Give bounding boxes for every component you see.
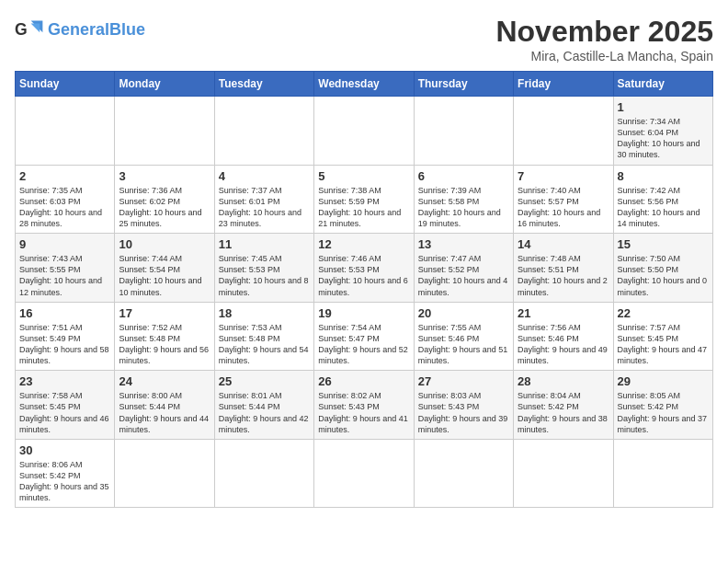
day-info: Sunrise: 8:06 AM Sunset: 5:42 PM Dayligh… bbox=[19, 459, 110, 504]
day-info: Sunrise: 7:44 AM Sunset: 5:54 PM Dayligh… bbox=[119, 253, 210, 298]
day-info: Sunrise: 7:53 AM Sunset: 5:48 PM Dayligh… bbox=[219, 322, 310, 367]
calendar-cell: 28Sunrise: 8:04 AM Sunset: 5:42 PM Dayli… bbox=[514, 371, 613, 440]
day-info: Sunrise: 7:36 AM Sunset: 6:02 PM Dayligh… bbox=[119, 185, 210, 230]
calendar-cell: 23Sunrise: 7:58 AM Sunset: 5:45 PM Dayli… bbox=[16, 371, 115, 440]
svg-marker-2 bbox=[31, 24, 40, 33]
day-info: Sunrise: 7:42 AM Sunset: 5:56 PM Dayligh… bbox=[618, 185, 709, 230]
day-number: 10 bbox=[119, 237, 210, 251]
day-info: Sunrise: 8:04 AM Sunset: 5:42 PM Dayligh… bbox=[518, 390, 609, 435]
calendar-cell: 26Sunrise: 8:02 AM Sunset: 5:43 PM Dayli… bbox=[314, 371, 414, 440]
calendar-cell: 3Sunrise: 7:36 AM Sunset: 6:02 PM Daylig… bbox=[115, 165, 214, 234]
day-info: Sunrise: 7:45 AM Sunset: 5:53 PM Dayligh… bbox=[219, 253, 310, 298]
calendar-cell: 13Sunrise: 7:47 AM Sunset: 5:52 PM Dayli… bbox=[414, 234, 513, 303]
calendar-cell bbox=[314, 439, 414, 508]
day-number: 30 bbox=[19, 443, 110, 457]
calendar-cell: 16Sunrise: 7:51 AM Sunset: 5:49 PM Dayli… bbox=[16, 302, 115, 371]
day-number: 17 bbox=[119, 306, 210, 320]
day-number: 9 bbox=[19, 237, 110, 251]
day-number: 1 bbox=[618, 100, 709, 114]
calendar-cell: 27Sunrise: 8:03 AM Sunset: 5:43 PM Dayli… bbox=[414, 371, 513, 440]
calendar-cell: 14Sunrise: 7:48 AM Sunset: 5:51 PM Dayli… bbox=[514, 234, 613, 303]
day-number: 8 bbox=[618, 169, 709, 183]
day-number: 16 bbox=[19, 306, 110, 320]
day-number: 27 bbox=[418, 374, 509, 388]
day-number: 19 bbox=[318, 306, 409, 320]
calendar-cell: 24Sunrise: 8:00 AM Sunset: 5:44 PM Dayli… bbox=[115, 371, 214, 440]
calendar-cell bbox=[16, 97, 115, 166]
day-info: Sunrise: 8:01 AM Sunset: 5:44 PM Dayligh… bbox=[219, 390, 310, 435]
calendar-week-row: 2Sunrise: 7:35 AM Sunset: 6:03 PM Daylig… bbox=[16, 165, 713, 234]
day-number: 5 bbox=[318, 169, 409, 183]
calendar-cell bbox=[514, 439, 613, 508]
day-info: Sunrise: 7:38 AM Sunset: 5:59 PM Dayligh… bbox=[318, 185, 409, 230]
calendar-cell: 2Sunrise: 7:35 AM Sunset: 6:03 PM Daylig… bbox=[16, 165, 115, 234]
day-header-tuesday: Tuesday bbox=[214, 72, 313, 97]
day-number: 13 bbox=[418, 237, 509, 251]
day-number: 3 bbox=[119, 169, 210, 183]
calendar-cell: 30Sunrise: 8:06 AM Sunset: 5:42 PM Dayli… bbox=[16, 439, 115, 508]
page-header: G GeneralBlue November 2025 Mira, Castil… bbox=[15, 15, 713, 63]
calendar-week-row: 16Sunrise: 7:51 AM Sunset: 5:49 PM Dayli… bbox=[16, 302, 713, 371]
location-title: Mira, Castille-La Mancha, Spain bbox=[495, 49, 713, 63]
day-number: 12 bbox=[318, 237, 409, 251]
calendar-cell: 18Sunrise: 7:53 AM Sunset: 5:48 PM Dayli… bbox=[214, 302, 313, 371]
day-info: Sunrise: 7:56 AM Sunset: 5:46 PM Dayligh… bbox=[518, 322, 609, 367]
calendar-cell: 12Sunrise: 7:46 AM Sunset: 5:53 PM Dayli… bbox=[314, 234, 414, 303]
day-info: Sunrise: 7:37 AM Sunset: 6:01 PM Dayligh… bbox=[219, 185, 310, 230]
day-info: Sunrise: 7:52 AM Sunset: 5:48 PM Dayligh… bbox=[119, 322, 210, 367]
day-info: Sunrise: 8:02 AM Sunset: 5:43 PM Dayligh… bbox=[318, 390, 409, 435]
calendar-cell bbox=[414, 439, 513, 508]
calendar-cell bbox=[613, 439, 712, 508]
day-number: 23 bbox=[19, 374, 110, 388]
day-info: Sunrise: 7:54 AM Sunset: 5:47 PM Dayligh… bbox=[318, 322, 409, 367]
day-number: 14 bbox=[518, 237, 609, 251]
logo: G GeneralBlue bbox=[15, 15, 145, 44]
day-header-friday: Friday bbox=[514, 72, 613, 97]
calendar-cell: 6Sunrise: 7:39 AM Sunset: 5:58 PM Daylig… bbox=[414, 165, 513, 234]
day-info: Sunrise: 7:47 AM Sunset: 5:52 PM Dayligh… bbox=[418, 253, 509, 298]
day-info: Sunrise: 7:48 AM Sunset: 5:51 PM Dayligh… bbox=[518, 253, 609, 298]
day-number: 24 bbox=[119, 374, 210, 388]
calendar-cell: 25Sunrise: 8:01 AM Sunset: 5:44 PM Dayli… bbox=[214, 371, 313, 440]
day-number: 29 bbox=[618, 374, 709, 388]
day-info: Sunrise: 7:55 AM Sunset: 5:46 PM Dayligh… bbox=[418, 322, 509, 367]
day-header-wednesday: Wednesday bbox=[314, 72, 414, 97]
day-info: Sunrise: 7:39 AM Sunset: 5:58 PM Dayligh… bbox=[418, 185, 509, 230]
calendar-cell: 19Sunrise: 7:54 AM Sunset: 5:47 PM Dayli… bbox=[314, 302, 414, 371]
calendar-cell: 17Sunrise: 7:52 AM Sunset: 5:48 PM Dayli… bbox=[115, 302, 214, 371]
calendar-cell: 10Sunrise: 7:44 AM Sunset: 5:54 PM Dayli… bbox=[115, 234, 214, 303]
day-info: Sunrise: 7:35 AM Sunset: 6:03 PM Dayligh… bbox=[19, 185, 110, 230]
day-number: 18 bbox=[219, 306, 310, 320]
calendar-cell: 11Sunrise: 7:45 AM Sunset: 5:53 PM Dayli… bbox=[214, 234, 313, 303]
logo-text-general: GeneralBlue bbox=[48, 20, 145, 39]
calendar-week-row: 23Sunrise: 7:58 AM Sunset: 5:45 PM Dayli… bbox=[16, 371, 713, 440]
day-info: Sunrise: 7:43 AM Sunset: 5:55 PM Dayligh… bbox=[19, 253, 110, 298]
day-header-thursday: Thursday bbox=[414, 72, 513, 97]
calendar-week-row: 30Sunrise: 8:06 AM Sunset: 5:42 PM Dayli… bbox=[16, 439, 713, 508]
day-number: 22 bbox=[618, 306, 709, 320]
svg-text:G: G bbox=[15, 20, 28, 39]
day-info: Sunrise: 7:50 AM Sunset: 5:50 PM Dayligh… bbox=[618, 253, 709, 298]
month-title: November 2025 bbox=[495, 15, 713, 49]
calendar-cell bbox=[514, 97, 613, 166]
day-number: 11 bbox=[219, 237, 310, 251]
logo-icon: G bbox=[15, 15, 44, 44]
calendar-cell: 15Sunrise: 7:50 AM Sunset: 5:50 PM Dayli… bbox=[613, 234, 712, 303]
title-area: November 2025 Mira, Castille-La Mancha, … bbox=[495, 15, 713, 63]
day-number: 6 bbox=[418, 169, 509, 183]
calendar-cell: 20Sunrise: 7:55 AM Sunset: 5:46 PM Dayli… bbox=[414, 302, 513, 371]
calendar-cell: 21Sunrise: 7:56 AM Sunset: 5:46 PM Dayli… bbox=[514, 302, 613, 371]
day-number: 15 bbox=[618, 237, 709, 251]
day-info: Sunrise: 8:00 AM Sunset: 5:44 PM Dayligh… bbox=[119, 390, 210, 435]
day-number: 28 bbox=[518, 374, 609, 388]
calendar-cell bbox=[414, 97, 513, 166]
calendar-cell bbox=[214, 439, 313, 508]
calendar-cell bbox=[115, 439, 214, 508]
calendar-cell: 7Sunrise: 7:40 AM Sunset: 5:57 PM Daylig… bbox=[514, 165, 613, 234]
day-info: Sunrise: 8:03 AM Sunset: 5:43 PM Dayligh… bbox=[418, 390, 509, 435]
day-header-monday: Monday bbox=[115, 72, 214, 97]
calendar-cell: 4Sunrise: 7:37 AM Sunset: 6:01 PM Daylig… bbox=[214, 165, 313, 234]
day-info: Sunrise: 7:51 AM Sunset: 5:49 PM Dayligh… bbox=[19, 322, 110, 367]
calendar-cell bbox=[214, 97, 313, 166]
day-number: 2 bbox=[19, 169, 110, 183]
